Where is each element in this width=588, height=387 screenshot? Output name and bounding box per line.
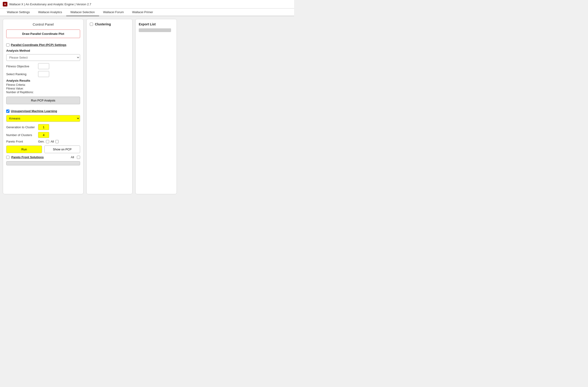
clustering-checkbox[interactable] — [90, 23, 93, 26]
pcp-settings-checkbox[interactable] — [6, 43, 9, 47]
generation-to-cluster-input[interactable] — [38, 124, 49, 130]
pcp-settings-label: Parallel Coordinate Plot (PCP) Settings — [11, 43, 66, 47]
analysis-method-select[interactable]: Please Select — [6, 54, 80, 61]
pareto-front-label: Pareto Front — [6, 140, 36, 143]
fitness-value-row: Fitness Value: — [6, 87, 80, 90]
analysis-results-section: Analysis Results Fitness Criteria: Fitne… — [6, 79, 80, 94]
pareto-all-label: All — [71, 155, 74, 159]
run-button[interactable]: Run — [6, 146, 42, 153]
export-panel: Export List — [135, 19, 177, 194]
tab-wallacei-settings[interactable]: Wallacei Settings — [3, 9, 34, 16]
tab-wallacei-forum[interactable]: Wallacei Forum — [99, 9, 128, 16]
select-ranking-input[interactable] — [38, 71, 49, 77]
num-clusters-row: Number of Clusters — [6, 132, 80, 138]
bottom-action-button[interactable] — [6, 161, 80, 165]
select-ranking-label: Select Ranking — [6, 72, 36, 76]
tab-wallacei-analytics[interactable]: Wallacei Analytics — [34, 9, 66, 16]
clustering-title-text: Clustering — [95, 22, 111, 26]
export-bar — [139, 28, 171, 32]
pareto-front-row: Pareto Front Gen. All — [6, 140, 80, 143]
analysis-method-label: Analysis Method — [6, 49, 80, 52]
main-content: Control Panel Draw Parallel Coordinate P… — [0, 16, 294, 197]
analysis-results-label: Analysis Results — [6, 79, 80, 82]
unsupervised-ml-label: Unsupervised Machine Learning — [11, 109, 57, 113]
select-ranking-row: Select Ranking — [6, 71, 80, 77]
run-show-row: Run Show on PCP — [6, 146, 80, 153]
control-panel: Control Panel Draw Parallel Coordinate P… — [3, 19, 84, 194]
app-icon: W — [3, 2, 7, 6]
title-bar: W Wallacei X | An Evolutionary and Analy… — [0, 0, 294, 9]
all-checkbox[interactable] — [55, 140, 59, 143]
pareto-front-solutions-checkbox[interactable] — [6, 156, 9, 159]
draw-pcp-button[interactable]: Draw Parallel Coordinate Plot — [6, 30, 80, 38]
unsupervised-ml-section: Unsupervised Machine Learning — [6, 109, 80, 113]
tab-wallacei-selection[interactable]: Wallacei Selection — [66, 9, 99, 16]
clustering-panel: Clustering — [86, 19, 132, 194]
clustering-panel-header: Clustering — [90, 22, 129, 26]
pareto-all-checkbox[interactable] — [77, 156, 80, 159]
fitness-criteria-row: Fitness Criteria: — [6, 83, 80, 86]
unsupervised-ml-checkbox[interactable] — [6, 110, 9, 113]
fitness-objective-label: Fitness Objective — [6, 65, 36, 68]
ml-method-select[interactable]: Kmeans — [6, 115, 80, 122]
show-on-pcp-button[interactable]: Show on PCP — [44, 146, 80, 153]
pcp-settings-section: Parallel Coordinate Plot (PCP) Settings — [6, 43, 80, 47]
tab-wallacei-primer[interactable]: Wallacei Primer — [128, 9, 157, 16]
generation-to-cluster-label: Generation to Cluster — [6, 125, 36, 129]
gen-all-row: Gen. All — [38, 140, 59, 143]
tab-bar: Wallacei Settings Wallacei Analytics Wal… — [0, 9, 294, 16]
run-pcp-button[interactable]: Run PCP Analysis — [6, 97, 80, 104]
pareto-front-solutions-row: Pareto Front Solutions All — [6, 155, 80, 159]
num-clusters-input[interactable] — [38, 132, 49, 138]
control-panel-title: Control Panel — [6, 22, 80, 26]
num-clusters-label: Number of Clusters — [6, 133, 36, 137]
num-repititions-row: Number of Repititions: — [6, 91, 80, 94]
fitness-objective-row: Fitness Objective — [6, 63, 80, 69]
generation-to-cluster-row: Generation to Cluster — [6, 124, 80, 130]
app-title: Wallacei X | An Evolutionary and Analyti… — [9, 2, 91, 6]
export-panel-title: Export List — [139, 22, 173, 26]
pareto-front-solutions-label: Pareto Front Solutions — [11, 155, 44, 159]
gen-checkbox[interactable] — [46, 140, 49, 143]
gen-label: Gen. — [38, 140, 44, 143]
fitness-objective-input[interactable] — [38, 63, 49, 69]
all-label: All — [51, 140, 54, 143]
pareto-front-solutions-section: Pareto Front Solutions All — [6, 155, 80, 159]
